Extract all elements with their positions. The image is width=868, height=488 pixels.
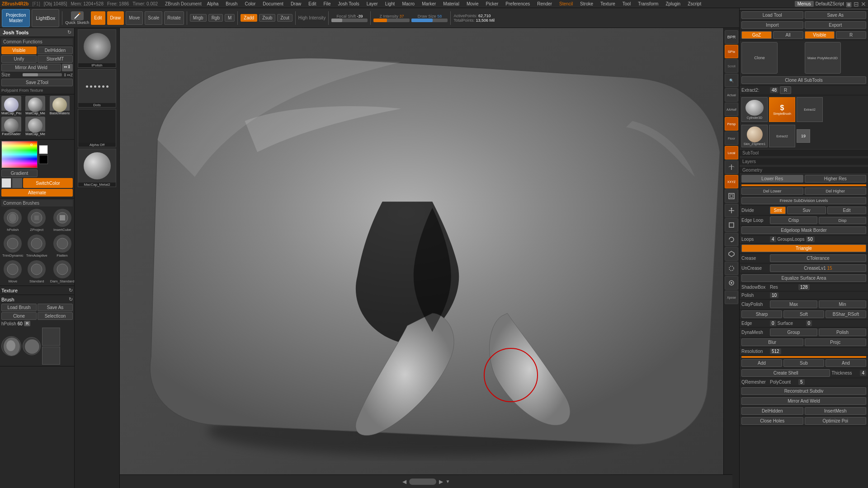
disp-button[interactable]: Disp bbox=[819, 217, 866, 224]
menu-tool[interactable]: Tool bbox=[621, 1, 632, 6]
z-intensity-control[interactable]: Z Intensity 37 bbox=[373, 14, 410, 22]
sub-dyna-button[interactable]: Sub bbox=[783, 359, 824, 367]
sharp-button[interactable]: Sharp bbox=[741, 310, 782, 318]
edit-button[interactable]: Edit bbox=[91, 11, 105, 25]
brush-hpolish[interactable]: hPolish bbox=[1, 208, 24, 233]
floor-btn[interactable]: Floor bbox=[725, 131, 738, 145]
save-ztool-button[interactable]: Save ZTool bbox=[1, 79, 73, 86]
max-button[interactable]: Max bbox=[770, 300, 817, 308]
load-brush-button[interactable]: Load Brush bbox=[1, 304, 37, 311]
brush-move[interactable]: Move bbox=[1, 259, 24, 284]
lsym-btn[interactable] bbox=[725, 160, 738, 174]
move-3d-btn[interactable] bbox=[725, 204, 738, 217]
extract2-2-tool[interactable]: Extract2 bbox=[769, 125, 795, 147]
brush-refresh[interactable]: ↻ bbox=[69, 296, 73, 302]
smt-button[interactable]: Smt bbox=[770, 206, 786, 214]
soft-button[interactable]: Soft bbox=[783, 310, 824, 318]
menu-zscript[interactable]: Zscript bbox=[686, 1, 703, 6]
blur-button[interactable]: Blur bbox=[741, 338, 803, 346]
resolution-slider[interactable] bbox=[741, 356, 866, 358]
del-higher-button[interactable]: Del Higher bbox=[805, 188, 867, 195]
brush-trimadaptive[interactable]: TrimAdaptive bbox=[25, 234, 48, 258]
all-button[interactable]: All bbox=[773, 31, 803, 39]
canvas-area[interactable] bbox=[120, 28, 732, 474]
projection-master-button[interactable]: Projection Master bbox=[2, 9, 30, 27]
clone-button[interactable]: Clone bbox=[741, 42, 778, 74]
lower-res-button[interactable]: Lower Res bbox=[741, 175, 803, 183]
color-swatch-light[interactable] bbox=[1, 178, 11, 188]
scroll-icon-btn[interactable]: Scroll bbox=[725, 59, 738, 73]
menu-render[interactable]: Render bbox=[535, 1, 554, 6]
simplebrush-tool[interactable]: $ SimpleBrush bbox=[769, 97, 795, 122]
edgeloop-mask-border-button[interactable]: Edgeloop Mask Border bbox=[741, 226, 866, 234]
menu-texture[interactable]: Texture bbox=[599, 1, 617, 6]
brush-zproject[interactable]: ZProject bbox=[25, 208, 48, 233]
m-button[interactable]: M bbox=[225, 14, 235, 22]
menu-draw[interactable]: Draw bbox=[289, 1, 303, 6]
menu-marker[interactable]: Marker bbox=[420, 1, 438, 6]
color-swatch-dark[interactable] bbox=[12, 178, 22, 188]
edit-geom-button[interactable]: Edit bbox=[827, 206, 866, 214]
min-button[interactable]: Min bbox=[819, 300, 866, 308]
and-button[interactable]: And bbox=[826, 359, 866, 367]
bpr-button[interactable]: BPR bbox=[725, 30, 738, 44]
menu-material[interactable]: Material bbox=[441, 1, 461, 6]
brush-flatten[interactable]: Flatten bbox=[49, 234, 75, 258]
save-as-button[interactable]: Save As bbox=[805, 11, 867, 19]
brush-preview[interactable] bbox=[1, 336, 21, 356]
value19-display[interactable]: 19 bbox=[797, 129, 810, 143]
r-goz-button[interactable]: R bbox=[836, 31, 866, 39]
draw-size-control[interactable]: Draw Size 58 bbox=[411, 14, 448, 22]
rotate-3d-btn[interactable] bbox=[725, 233, 738, 246]
goz-button[interactable]: GoZ bbox=[741, 31, 772, 39]
add-button[interactable]: Add bbox=[741, 359, 782, 367]
scale-button[interactable]: Scale bbox=[145, 11, 162, 25]
menu-macro[interactable]: Macro bbox=[400, 1, 416, 6]
transp-btn[interactable] bbox=[725, 262, 738, 275]
menu-preferences[interactable]: Preferences bbox=[504, 1, 532, 6]
ctolerance-button[interactable]: CTolerance bbox=[770, 254, 866, 262]
suv-button[interactable]: Suv bbox=[787, 206, 826, 214]
model-viewport[interactable] bbox=[120, 28, 732, 474]
equalize-surface-area-button[interactable]: Equalize Surface Area bbox=[741, 274, 866, 282]
menu-document[interactable]: Document bbox=[261, 1, 285, 6]
zadd-button[interactable]: Zadd bbox=[241, 14, 257, 22]
texture-refresh[interactable]: ↻ bbox=[69, 287, 73, 293]
menu-movie[interactable]: Movie bbox=[465, 1, 481, 6]
create-shell-button[interactable]: Create Shell bbox=[741, 369, 830, 377]
menu-file[interactable]: File bbox=[321, 1, 332, 6]
xpose-btn[interactable]: Xpose bbox=[725, 291, 738, 304]
visible-rp-button[interactable]: Visible bbox=[805, 31, 835, 39]
scale-3d-btn[interactable] bbox=[725, 218, 738, 232]
focal-shift-control[interactable]: Focal Shift -39 bbox=[331, 14, 368, 22]
freeze-subdiv-button[interactable]: Freeze SubDivision Levels bbox=[741, 197, 866, 204]
background-color[interactable] bbox=[39, 155, 48, 164]
menu-edit[interactable]: Edit bbox=[307, 1, 318, 6]
alpha-dots[interactable]: Dots bbox=[78, 69, 116, 108]
higher-res-button[interactable]: Higher Res bbox=[805, 175, 867, 183]
load-tool-button[interactable]: Load Tool bbox=[741, 11, 803, 19]
alternate-button[interactable]: Alternate bbox=[1, 189, 73, 197]
menu-light[interactable]: Light bbox=[383, 1, 397, 6]
menus-button[interactable]: Menus bbox=[795, 1, 814, 7]
clay-preview[interactable] bbox=[23, 337, 41, 355]
delhidden-rp-button[interactable]: DelHidden bbox=[741, 407, 803, 415]
draw-button[interactable]: Draw bbox=[107, 11, 124, 25]
delhidden-button[interactable]: DelHidden bbox=[38, 47, 73, 54]
menu-brush[interactable]: Brush bbox=[224, 1, 239, 6]
menu-stencil[interactable]: Stencil bbox=[557, 1, 575, 6]
save-as-brush-button[interactable]: Save As bbox=[38, 304, 73, 311]
brush-insertcube[interactable]: InsertCube bbox=[49, 208, 75, 233]
group-button[interactable]: Group bbox=[770, 328, 817, 336]
crisp-button[interactable]: Crisp bbox=[770, 216, 817, 224]
bshar-rsoft-button[interactable]: BShar_RSoft bbox=[826, 310, 866, 318]
zoom-icon-btn[interactable]: 🔍 bbox=[725, 74, 738, 87]
menu-josh-tools[interactable]: Josh Tools bbox=[336, 1, 361, 6]
visible-button[interactable]: Visible bbox=[1, 47, 37, 54]
color-picker[interactable] bbox=[1, 141, 38, 168]
unify-button[interactable]: Unify bbox=[1, 55, 37, 63]
material-metal03[interactable]: MatCap_Metal bbox=[25, 96, 45, 116]
brush-dam-standard[interactable]: Dam_Standard bbox=[49, 259, 75, 284]
projc-button[interactable]: Projc bbox=[805, 338, 867, 346]
select-icon-button[interactable]: SelectIcon bbox=[38, 312, 73, 320]
